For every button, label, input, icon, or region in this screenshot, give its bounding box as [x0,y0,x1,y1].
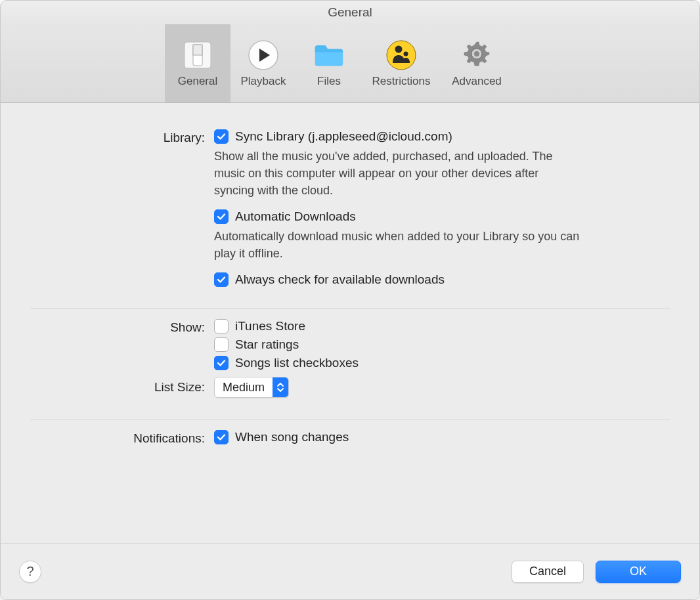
tab-label: Restrictions [372,75,431,88]
sync-library-checkbox[interactable] [214,129,229,144]
cancel-button[interactable]: Cancel [512,561,584,583]
song-changes-label: When song changes [235,430,349,444]
song-changes-checkbox[interactable] [214,430,229,444]
svg-rect-2 [193,45,202,55]
files-icon [313,39,345,71]
itunes-store-checkbox[interactable] [214,319,229,333]
help-icon: ? [26,564,33,579]
section-divider [30,308,670,309]
tab-general[interactable]: General [165,24,230,102]
notifications-label: Notifications: [30,430,214,446]
automatic-downloads-help: Automatically download music when added … [214,228,582,262]
automatic-downloads-checkbox[interactable] [214,209,229,224]
show-label: Show: [30,319,214,335]
list-size-label: List Size: [30,380,214,395]
general-icon [182,39,213,71]
window-title: General [1,1,699,24]
tab-files[interactable]: Files [296,24,362,102]
section-divider [30,419,670,419]
tab-playback[interactable]: Playback [230,24,296,102]
tab-label: General [178,75,217,88]
advanced-icon [461,39,492,71]
playback-icon [248,39,279,71]
svg-point-6 [404,51,408,56]
tab-label: Advanced [452,75,502,88]
always-check-downloads-label: Always check for available downloads [235,272,445,287]
svg-point-5 [395,45,403,53]
preferences-window: General General Playback [0,0,700,600]
svg-point-8 [474,51,479,56]
chevron-up-down-icon [273,377,288,397]
tab-advanced[interactable]: Advanced [441,24,513,102]
itunes-store-label: iTunes Store [235,319,305,333]
cancel-button-label: Cancel [529,565,566,578]
notifications-section: Notifications: When song changes [30,423,670,458]
preferences-footer: ? Cancel OK [1,543,699,599]
star-ratings-checkbox[interactable] [214,337,229,352]
preferences-toolbar: General Playback Files [1,24,699,103]
sync-library-help: Show all the music you've added, purchas… [214,148,582,199]
svg-point-4 [387,41,416,70]
preferences-content: Library: Sync Library (j.appleseed@iclou… [1,103,699,543]
ok-button-label: OK [630,565,647,578]
automatic-downloads-label: Automatic Downloads [235,209,356,224]
list-size-select[interactable]: Medium [214,377,289,398]
restrictions-icon [385,39,417,71]
ok-button[interactable]: OK [596,561,681,583]
list-size-value: Medium [215,381,273,395]
tab-label: Files [317,75,341,88]
songs-list-checkboxes-label: Songs list checkboxes [235,356,359,370]
sync-library-label: Sync Library (j.appleseed@icloud.com) [235,129,452,144]
tab-restrictions[interactable]: Restrictions [362,24,441,102]
library-label: Library: [30,129,214,145]
show-section: Show: iTunes Store Star ratings [30,312,670,415]
help-button[interactable]: ? [19,561,41,583]
star-ratings-label: Star ratings [235,337,299,352]
always-check-downloads-checkbox[interactable] [214,272,229,287]
library-section: Library: Sync Library (j.appleseed@iclou… [30,123,670,304]
tab-label: Playback [241,75,286,88]
songs-list-checkboxes-checkbox[interactable] [214,356,229,370]
